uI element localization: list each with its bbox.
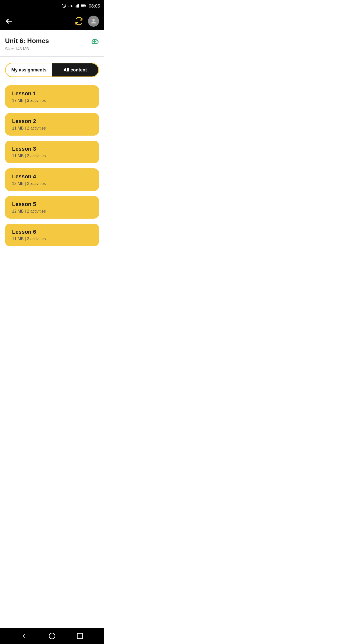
refresh-button[interactable]: [74, 16, 84, 26]
status-bar: LTE 08:05: [0, 0, 104, 12]
lesson-name: Lesson 2: [12, 118, 92, 125]
lesson-meta: 11 MB | 2 activities: [12, 154, 92, 158]
divider: [0, 56, 104, 57]
svg-rect-4: [78, 4, 79, 8]
svg-rect-1: [75, 6, 75, 7]
unit-title: Unit 6: Homes: [5, 37, 49, 45]
lte-icon: LTE: [68, 4, 73, 8]
lessons-list: Lesson 117 MB | 3 activitiesLesson 211 M…: [5, 85, 99, 251]
lesson-meta: 12 MB | 2 activities: [12, 181, 92, 186]
lesson-card[interactable]: Lesson 311 MB | 2 activities: [5, 141, 99, 163]
svg-rect-3: [77, 4, 78, 7]
unit-header: Unit 6: Homes: [5, 36, 99, 45]
lesson-meta: 11 MB | 2 activities: [12, 126, 92, 131]
my-assignments-tab[interactable]: My assignments: [6, 63, 52, 76]
content-area: Unit 6: Homes Size: 143 MB My assignment…: [0, 30, 104, 251]
nav-bar: [0, 12, 104, 30]
battery-icon: [81, 4, 86, 8]
avatar[interactable]: [88, 16, 99, 27]
lesson-name: Lesson 6: [12, 229, 92, 235]
svg-rect-6: [85, 5, 86, 6]
lesson-card[interactable]: Lesson 512 MB | 2 activities: [5, 196, 99, 219]
back-button[interactable]: [5, 17, 13, 25]
nav-right-icons: [74, 16, 99, 27]
status-icons: LTE 08:05: [62, 4, 100, 9]
all-content-tab[interactable]: All content: [52, 63, 98, 76]
lesson-meta: 17 MB | 3 activities: [12, 98, 92, 103]
tab-toggle: My assignments All content: [5, 63, 99, 77]
svg-rect-7: [81, 5, 85, 6]
svg-point-8: [92, 19, 95, 21]
lesson-name: Lesson 3: [12, 146, 92, 152]
unit-size: Size: 143 MB: [5, 47, 99, 51]
status-time: 08:05: [89, 4, 100, 9]
lesson-name: Lesson 1: [12, 90, 92, 97]
lesson-meta: 11 MB | 2 activities: [12, 237, 92, 241]
lesson-card[interactable]: Lesson 412 MB | 2 activities: [5, 168, 99, 191]
svg-rect-2: [76, 5, 76, 7]
lesson-card[interactable]: Lesson 117 MB | 3 activities: [5, 85, 99, 108]
lesson-name: Lesson 5: [12, 201, 92, 208]
lesson-meta: 12 MB | 2 activities: [12, 209, 92, 214]
download-button[interactable]: [90, 36, 99, 45]
lesson-card[interactable]: Lesson 211 MB | 2 activities: [5, 113, 99, 136]
clock-icon: [62, 4, 66, 9]
lesson-name: Lesson 4: [12, 173, 92, 180]
lesson-card[interactable]: Lesson 611 MB | 2 activities: [5, 224, 99, 246]
signal-icon: [75, 4, 79, 8]
